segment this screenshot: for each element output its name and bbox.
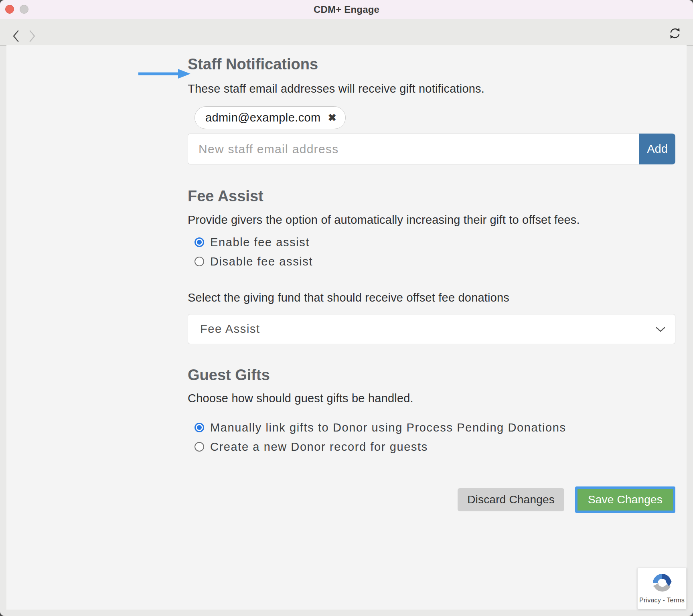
- fee-assist-heading: Fee Assist: [188, 187, 675, 205]
- fee-assist-options: Enable fee assist Disable fee assist: [188, 233, 675, 271]
- radio-label: Manually link gifts to Donor using Proce…: [210, 421, 566, 434]
- radio-button[interactable]: [195, 423, 204, 432]
- new-staff-email-input[interactable]: [188, 134, 639, 164]
- radio-button[interactable]: [195, 442, 204, 452]
- app-window: CDM+ Engage: [0, 0, 693, 616]
- fund-select[interactable]: Fee Assist: [188, 314, 675, 344]
- radio-label: Disable fee assist: [210, 255, 313, 268]
- back-button[interactable]: [11, 29, 21, 43]
- refresh-icon: [668, 26, 682, 40]
- radio-option-disable-fee-assist[interactable]: Disable fee assist: [188, 252, 675, 271]
- recaptcha-logo-icon: [650, 571, 674, 595]
- refresh-button[interactable]: [668, 26, 682, 41]
- radio-button[interactable]: [195, 237, 204, 247]
- traffic-lights: [5, 5, 28, 14]
- recaptcha-badge[interactable]: Privacy - Terms: [637, 568, 687, 609]
- settings-page: Staff Notifications These staff email ad…: [6, 45, 687, 610]
- email-chip: admin@example.com ✖: [195, 106, 346, 129]
- guest-gifts-options: Manually link gifts to Donor using Proce…: [188, 418, 675, 456]
- footer-actions: Discard Changes Save Changes: [188, 486, 675, 513]
- chevron-down-icon: [656, 327, 665, 332]
- discard-changes-button[interactable]: Discard Changes: [458, 488, 564, 511]
- guest-gifts-description: Choose how should guest gifts be handled…: [188, 391, 675, 405]
- window-title: CDM+ Engage: [314, 4, 379, 15]
- radio-button[interactable]: [195, 257, 204, 266]
- fund-select-label: Select the giving fund that should recei…: [188, 290, 675, 305]
- staff-notifications-heading: Staff Notifications: [188, 55, 675, 73]
- minimize-window-button[interactable]: [20, 5, 28, 14]
- staff-email-list: admin@example.com ✖: [188, 106, 675, 129]
- remove-email-icon[interactable]: ✖: [328, 113, 336, 123]
- save-button-highlight: Save Changes: [575, 486, 675, 513]
- annotation-arrow-icon: [138, 68, 191, 79]
- forward-button[interactable]: [27, 29, 37, 43]
- radio-option-create-donor-record[interactable]: Create a new Donor record for guests: [188, 437, 675, 456]
- chevron-left-icon: [12, 29, 20, 43]
- radio-label: Enable fee assist: [210, 236, 310, 249]
- radio-option-manually-link-gifts[interactable]: Manually link gifts to Donor using Proce…: [188, 418, 675, 437]
- fund-select-value: Fee Assist: [200, 322, 260, 336]
- email-chip-label: admin@example.com: [205, 111, 321, 124]
- fee-assist-description: Provide givers the option of automatical…: [188, 213, 675, 227]
- guest-gifts-heading: Guest Gifts: [188, 366, 675, 384]
- add-email-button[interactable]: Add: [639, 134, 675, 164]
- save-changes-button[interactable]: Save Changes: [578, 489, 673, 511]
- recaptcha-privacy-terms-links[interactable]: Privacy - Terms: [639, 597, 685, 604]
- staff-notifications-description: These staff email addresses will receive…: [188, 81, 675, 96]
- chevron-right-icon: [28, 29, 36, 43]
- title-bar: CDM+ Engage: [0, 0, 693, 19]
- navigation-toolbar: [0, 19, 693, 46]
- radio-option-enable-fee-assist[interactable]: Enable fee assist: [188, 233, 675, 252]
- close-window-button[interactable]: [5, 5, 14, 14]
- radio-label: Create a new Donor record for guests: [210, 440, 428, 454]
- section-divider: [188, 473, 675, 473]
